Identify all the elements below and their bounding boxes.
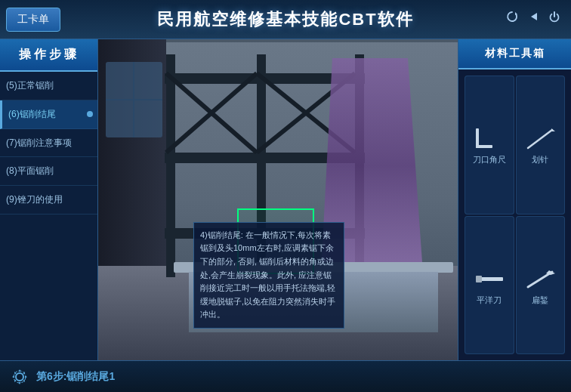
left-panel: 操作步骤 (5)正常锯削 (6)锯削结尾 (7)锯削注意事项 (8)平面锯削 (…	[0, 39, 98, 360]
main-content: 操作步骤 (5)正常锯削 (6)锯削结尾 (7)锯削注意事项 (8)平面锯削 (…	[0, 39, 571, 360]
tool-label-3: 平洋刀	[477, 295, 502, 306]
tools-grid: 刀口角尺 划针	[458, 69, 571, 360]
step-item-6[interactable]: (6)锯削结尾	[0, 100, 97, 129]
svg-rect-6	[166, 54, 175, 277]
tool-label-1: 刀口角尺	[473, 154, 506, 165]
description-box: 4)锯削结尾: 在一般情况下,每次将素锯到及头10mm左右时,应调素锯下余下的部…	[193, 222, 344, 329]
main-title: 民用航空维修基本技能CBT软件	[157, 8, 413, 31]
bianzhan-icon	[523, 266, 557, 292]
center-3d-view: 4)锯削结尾: 在一般情况下,每次将素锯到及头10mm左右时,应调素锯下余下的部…	[98, 39, 458, 360]
step-item-9[interactable]: (9)锉刀的使用	[0, 186, 97, 215]
top-bar: 工卡单 民用航空维修基本技能CBT软件	[0, 0, 571, 39]
svg-line-25	[528, 130, 552, 148]
svg-point-31	[16, 373, 23, 381]
svg-rect-5	[166, 39, 458, 42]
description-text: 4)锯削结尾: 在一般情况下,每次将素锯到及头10mm左右时,应调素锯下余下的部…	[200, 229, 338, 322]
svg-marker-1	[531, 13, 537, 20]
pingyangdao-icon	[473, 266, 506, 292]
bottom-bar: 第6步:锯削结尾1	[0, 360, 571, 392]
tool-item-huazhen[interactable]: 划针	[516, 76, 566, 215]
steps-header: 操作步骤	[0, 39, 97, 72]
tool-item-bianzhan[interactable]: 扁錾	[516, 216, 566, 355]
tool-label-4: 扁錾	[532, 295, 548, 306]
step-item-8[interactable]: (8)平面锯削	[0, 157, 97, 186]
svg-marker-0	[515, 12, 517, 15]
huazhen-icon	[523, 125, 557, 151]
back-icon[interactable]	[526, 9, 541, 24]
toolbox-header: 材料工具箱	[458, 39, 571, 69]
bottom-label: 第6步:锯削结尾1	[36, 370, 115, 384]
step-item-7[interactable]: (7)锯削注意事项	[0, 129, 97, 158]
tool-item-daokoujiaochu[interactable]: 刀口角尺	[465, 76, 514, 215]
svg-rect-28	[476, 276, 482, 282]
step-item-5[interactable]: (5)正常锯削	[0, 72, 97, 100]
top-icons-group	[505, 9, 562, 24]
svg-rect-24	[476, 145, 492, 148]
tool-item-pingyangdao[interactable]: 平洋刀	[465, 216, 514, 355]
work-order-button[interactable]: 工卡单	[6, 8, 60, 32]
step-dot	[87, 111, 93, 117]
gear-icon	[9, 366, 30, 387]
right-panel: 材料工具箱 刀口角尺	[458, 39, 571, 360]
tool-label-2: 划针	[532, 154, 548, 165]
daokoujiaochu-icon	[473, 125, 506, 151]
power-icon[interactable]	[547, 9, 562, 24]
reset-icon[interactable]	[505, 9, 520, 24]
